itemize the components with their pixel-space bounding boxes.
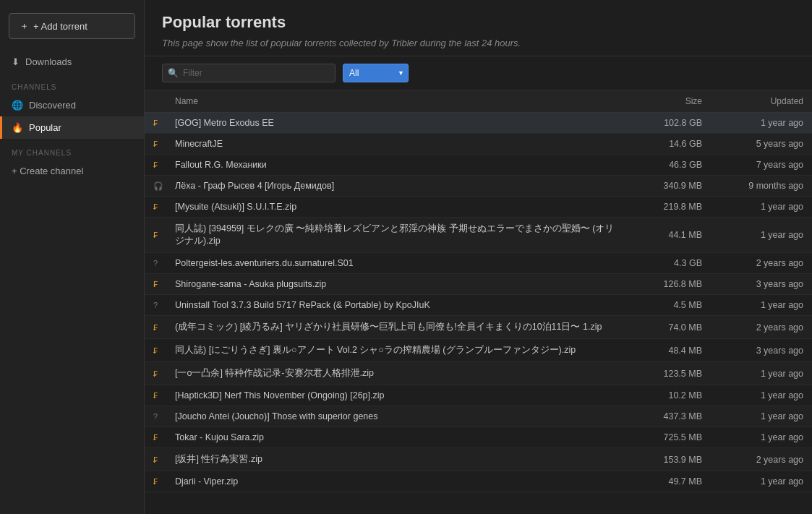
row-name: (成年コミック) [綾乃るみ] ヤリざかり社員研修〜巨乳上司も同僚も!全員イキま… (166, 316, 624, 339)
row-size: 49.7 MB (624, 471, 711, 492)
row-name: [坂井] 性行為実習.zip (166, 448, 624, 471)
table-row[interactable]: ₣ [Mysuite (Atsuki)] S.U.I.T.E.zip 219.8… (145, 197, 812, 218)
row-name: [Haptick3D] Nerf This November (Ongoing)… (166, 385, 624, 406)
row-name: Tokar - Kujou Sara.zip (166, 427, 624, 448)
row-name: MinecraftJE (166, 134, 624, 155)
filter-input[interactable] (162, 64, 336, 82)
row-size: 44.1 MB (624, 218, 711, 253)
row-updated: 3 years ago (711, 274, 812, 295)
torrent-type-icon: 🎧 (153, 181, 163, 190)
category-select[interactable]: All Video Audio Documents Other (343, 64, 409, 82)
table-row[interactable]: ₣ [GOG] Metro Exodus EE 102.8 GB 1 year … (145, 113, 812, 134)
row-size: 4.5 MB (624, 295, 711, 316)
table-row[interactable]: ₣ Tokar - Kujou Sara.zip 725.5 MB 1 year… (145, 427, 812, 448)
my-channels-section-label: MY CHANNELS (0, 139, 144, 160)
row-size: 10.2 MB (624, 385, 711, 406)
table-row[interactable]: ₣ [一o一凸余] 特种作战记录-安赛尔君人格排泄.zip 123.5 MB 1… (145, 362, 812, 385)
row-size: 725.5 MB (624, 427, 711, 448)
table-row[interactable]: ₣ 同人誌) [にごりうさぎ] 裏ル○アノート Vol.2 シャ○ラの搾精農場 … (145, 339, 812, 362)
sidebar-item-discovered[interactable]: 🌐 Discovered (0, 94, 144, 116)
table-row[interactable]: ₣ Djarii - Viper.zip 49.7 MB 1 year ago (145, 471, 812, 492)
torrent-table-container[interactable]: Name Size Updated ₣ [GOG] Metro Exodus E… (145, 90, 812, 514)
row-size: 48.4 MB (624, 339, 711, 362)
discovered-label: Discovered (29, 100, 76, 111)
torrent-table: Name Size Updated ₣ [GOG] Metro Exodus E… (145, 90, 812, 492)
download-icon: ⬇ (12, 56, 20, 67)
table-row[interactable]: ? [Joucho Antei (Joucho)] Those with sup… (145, 406, 812, 427)
row-icon-cell: ₣ (145, 197, 166, 218)
table-row[interactable]: ? Poltergeist-les.aventuriers.du.surnatu… (145, 253, 812, 274)
row-size: 4.3 GB (624, 253, 711, 274)
row-icon-cell: ₣ (145, 316, 166, 339)
row-name: Shirogane-sama - Asuka plugsuits.zip (166, 274, 624, 295)
page-subtitle: This page show the list of popular torre… (162, 38, 795, 48)
category-select-wrapper: All Video Audio Documents Other ▼ (343, 64, 409, 82)
torrent-tbody: ₣ [GOG] Metro Exodus EE 102.8 GB 1 year … (145, 113, 812, 492)
col-updated-header: Updated (711, 90, 812, 113)
row-name: 同人誌) [にごりうさぎ] 裏ル○アノート Vol.2 シャ○ラの搾精農場 (グ… (166, 339, 624, 362)
row-icon-cell: ₣ (145, 362, 166, 385)
table-row[interactable]: 🎧 Лёха - Граф Рысев 4 [Игорь Демидов] 34… (145, 176, 812, 197)
row-name: [Joucho Antei (Joucho)] Those with super… (166, 406, 624, 427)
row-size: 340.9 MB (624, 176, 711, 197)
row-icon-cell: ₣ (145, 339, 166, 362)
torrent-type-icon: ₣ (153, 119, 158, 127)
sidebar-item-downloads[interactable]: ⬇ Downloads (0, 51, 144, 73)
row-size: 219.8 MB (624, 197, 711, 218)
page-title: Popular torrents (162, 13, 795, 32)
table-row[interactable]: ₣ (成年コミック) [綾乃るみ] ヤリざかり社員研修〜巨乳上司も同僚も!全員イ… (145, 316, 812, 339)
sidebar-item-create-channel[interactable]: + Create channel (0, 160, 144, 182)
torrent-type-icon: ? (153, 301, 158, 309)
row-size: 46.3 GB (624, 155, 711, 176)
torrent-type-icon: ₣ (153, 433, 158, 442)
downloads-label: Downloads (25, 56, 72, 67)
torrent-type-icon: ₣ (153, 280, 158, 288)
row-updated: 2 years ago (711, 316, 812, 339)
row-name: [GOG] Metro Exodus EE (166, 113, 624, 134)
row-icon-cell: ₣ (145, 274, 166, 295)
row-updated: 9 months ago (711, 176, 812, 197)
torrent-type-icon: ₣ (153, 477, 158, 486)
row-updated: 1 year ago (711, 406, 812, 427)
torrent-type-icon: ₣ (153, 323, 158, 332)
row-updated: 1 year ago (711, 295, 812, 316)
row-size: 102.8 GB (624, 113, 711, 134)
search-icon: 🔍 (168, 68, 179, 78)
row-size: 74.0 MB (624, 316, 711, 339)
torrent-type-icon: ₣ (153, 140, 158, 148)
row-updated: 2 years ago (711, 253, 812, 274)
plus-icon: ＋ (20, 20, 29, 33)
add-torrent-button[interactable]: ＋ + Add torrent (9, 13, 135, 39)
table-row[interactable]: ₣ Shirogane-sama - Asuka plugsuits.zip 1… (145, 274, 812, 295)
col-size-header: Size (624, 90, 711, 113)
sidebar: ＋ + Add torrent ⬇ Downloads CHANNELS 🌐 D… (0, 0, 145, 514)
channels-section-label: CHANNELS (0, 73, 144, 94)
row-name: Uninstall Tool 3.7.3 Build 5717 RePack (… (166, 295, 624, 316)
filter-wrapper: 🔍 (162, 64, 336, 82)
row-icon-cell: ₣ (145, 113, 166, 134)
sidebar-item-popular[interactable]: 🔥 Popular (0, 116, 144, 139)
main-content: Popular torrents This page show the list… (145, 0, 812, 514)
row-icon-cell: ₣ (145, 155, 166, 176)
torrent-type-icon: ₣ (153, 455, 158, 464)
table-row[interactable]: ₣ MinecraftJE 14.6 GB 5 years ago (145, 134, 812, 155)
table-row[interactable]: ₣ [坂井] 性行為実習.zip 153.9 MB 2 years ago (145, 448, 812, 471)
table-row[interactable]: ₣ [Haptick3D] Nerf This November (Ongoin… (145, 385, 812, 406)
torrent-type-icon: ₣ (153, 369, 158, 378)
row-icon-cell: ₣ (145, 134, 166, 155)
row-updated: 3 years ago (711, 339, 812, 362)
table-row[interactable]: ₣ Fallout R.G. Механики 46.3 GB 7 years … (145, 155, 812, 176)
torrent-type-icon: ? (153, 412, 158, 421)
torrent-type-icon: ₣ (153, 202, 158, 211)
row-icon-cell: 🎧 (145, 176, 166, 197)
table-row[interactable]: ? Uninstall Tool 3.7.3 Build 5717 RePack… (145, 295, 812, 316)
row-updated: 7 years ago (711, 155, 812, 176)
row-updated: 1 year ago (711, 197, 812, 218)
row-updated: 1 year ago (711, 113, 812, 134)
row-updated: 1 year ago (711, 427, 812, 448)
row-size: 153.9 MB (624, 448, 711, 471)
table-row[interactable]: ₣ 同人誌) [394959] モレクの廣 〜純粋培養レズビアンと邪淫の神族 予… (145, 218, 812, 253)
row-icon-cell: ? (145, 253, 166, 274)
row-updated: 1 year ago (711, 218, 812, 253)
row-size: 14.6 GB (624, 134, 711, 155)
